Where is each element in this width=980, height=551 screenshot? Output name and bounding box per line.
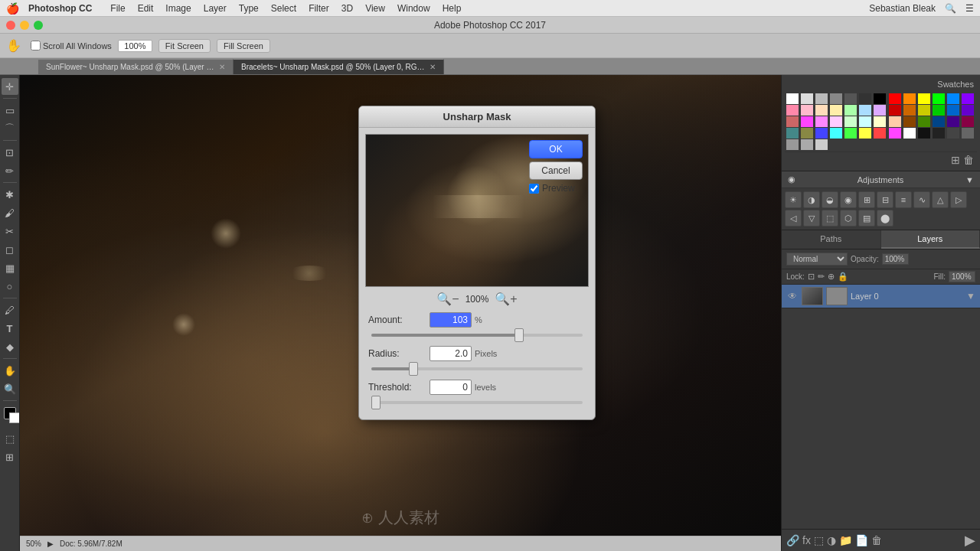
- amount-slider-thumb[interactable]: [514, 328, 524, 342]
- swatch-item[interactable]: [815, 116, 828, 127]
- menu-window[interactable]: Window: [391, 3, 436, 14]
- swatch-item[interactable]: [874, 105, 886, 116]
- swatch-item[interactable]: [830, 116, 842, 127]
- lock-artboard-icon[interactable]: ⊕: [828, 272, 835, 282]
- search-icon[interactable]: 🔍: [945, 3, 956, 14]
- text-tool[interactable]: T: [2, 320, 18, 337]
- adj-photo-filter[interactable]: △: [932, 191, 949, 208]
- menu-help[interactable]: Help: [436, 3, 468, 14]
- adj-bw[interactable]: ∿: [913, 191, 930, 208]
- gradient-tool[interactable]: ▦: [2, 259, 18, 276]
- swatch-item[interactable]: [830, 93, 842, 104]
- menu-edit[interactable]: Edit: [132, 3, 160, 14]
- play-button[interactable]: ▶: [965, 532, 975, 549]
- swatch-item[interactable]: [933, 116, 945, 127]
- swatch-item[interactable]: [859, 93, 871, 104]
- arrow-btn[interactable]: ▶: [47, 540, 54, 548]
- swatch-item[interactable]: [918, 116, 930, 127]
- foreground-color[interactable]: [4, 407, 16, 419]
- swatch-item[interactable]: [874, 116, 886, 127]
- adj-channel-mixer[interactable]: ▷: [950, 191, 967, 208]
- shape-tool[interactable]: ◆: [2, 338, 18, 355]
- fit-screen-button[interactable]: Fit Screen: [158, 39, 211, 53]
- swatch-item[interactable]: [918, 128, 930, 139]
- menu-3d[interactable]: 3D: [335, 3, 359, 14]
- swatch-item[interactable]: [889, 93, 901, 104]
- preview-checkbox-label[interactable]: Preview: [529, 183, 583, 194]
- adj-threshold[interactable]: ⬡: [840, 210, 857, 227]
- layer-item-0[interactable]: 👁 Layer 0 ▼: [782, 285, 980, 308]
- adj-colorbalance[interactable]: ≡: [895, 191, 912, 208]
- tab-close-bracelets[interactable]: ✕: [430, 63, 436, 71]
- swatch-item[interactable]: [786, 93, 799, 104]
- menu-image[interactable]: Image: [159, 3, 197, 14]
- zoom-out-button[interactable]: 🔍−: [436, 292, 459, 306]
- fill-input[interactable]: [949, 271, 975, 282]
- adj-curves[interactable]: ◒: [822, 191, 838, 208]
- lasso-tool[interactable]: ⌒: [2, 120, 18, 137]
- add-style-button[interactable]: fx: [802, 534, 811, 546]
- threshold-slider-track[interactable]: [371, 398, 583, 407]
- blend-mode-select[interactable]: Normal: [786, 253, 848, 266]
- swatch-item[interactable]: [889, 105, 901, 116]
- swatch-item[interactable]: [801, 105, 813, 116]
- swatch-item[interactable]: [844, 93, 857, 104]
- zoom-tool[interactable]: 🔍: [2, 380, 18, 397]
- paths-tab[interactable]: Paths: [782, 230, 881, 249]
- swatch-item[interactable]: [844, 116, 857, 127]
- adj-invert[interactable]: ▽: [803, 210, 820, 227]
- menu-select[interactable]: Select: [265, 3, 302, 14]
- adj-posterize[interactable]: ⬚: [822, 210, 838, 227]
- swatch-item[interactable]: [859, 128, 871, 139]
- delete-layer-button[interactable]: 🗑: [871, 534, 882, 546]
- adjustments-header[interactable]: ◉ Adjustments ▼: [782, 171, 980, 188]
- maximize-button[interactable]: [34, 21, 43, 30]
- adj-hsl[interactable]: ⊟: [877, 191, 893, 208]
- swatch-item[interactable]: [830, 128, 842, 139]
- adj-colorlookup[interactable]: ◁: [785, 210, 802, 227]
- eyedropper-tool[interactable]: ✏: [2, 162, 18, 179]
- crop-tool[interactable]: ⊡: [2, 144, 18, 161]
- swatch-item[interactable]: [815, 128, 828, 139]
- swatch-item[interactable]: [801, 139, 813, 150]
- swatch-item[interactable]: [947, 105, 959, 116]
- swatch-item[interactable]: [903, 128, 916, 139]
- layer-visibility-toggle[interactable]: 👁: [786, 290, 799, 302]
- layers-tab[interactable]: Layers: [881, 230, 981, 249]
- swatch-item[interactable]: [918, 105, 930, 116]
- tab-bracelets[interactable]: Bracelets~ Unsharp Mask.psd @ 50% (Layer…: [234, 59, 444, 74]
- brush-tool[interactable]: 🖌: [2, 204, 18, 221]
- fill-screen-button[interactable]: Fill Screen: [217, 39, 270, 53]
- swatch-item[interactable]: [947, 128, 959, 139]
- swatch-item[interactable]: [874, 128, 886, 139]
- hand-tool-icon[interactable]: ✋: [6, 38, 21, 53]
- tab-sunflower[interactable]: SunFlower~ Unsharp Mask.psd @ 50% (Layer…: [38, 59, 234, 74]
- screen-mode[interactable]: ⊞: [2, 448, 18, 465]
- swatch-item[interactable]: [844, 105, 857, 116]
- add-mask-button[interactable]: ⬚: [814, 534, 824, 546]
- swatch-item[interactable]: [801, 128, 813, 139]
- cancel-button[interactable]: Cancel: [529, 161, 583, 180]
- swatch-item[interactable]: [815, 139, 828, 150]
- adj-gradient-map[interactable]: ▤: [858, 210, 875, 227]
- heal-tool[interactable]: ✱: [2, 186, 18, 203]
- dodge-tool[interactable]: ○: [2, 278, 18, 295]
- lock-position-icon[interactable]: ✏: [818, 272, 825, 282]
- adj-brightness[interactable]: ☀: [785, 191, 802, 208]
- eraser-tool[interactable]: ◻: [2, 241, 18, 258]
- swatch-item[interactable]: [815, 105, 828, 116]
- radius-slider-thumb[interactable]: [409, 362, 418, 376]
- lock-all-icon[interactable]: 🔒: [838, 272, 848, 282]
- zoom-in-button[interactable]: 🔍+: [495, 292, 517, 306]
- swatch-item[interactable]: [962, 128, 974, 139]
- swatch-item[interactable]: [947, 93, 959, 104]
- canvas-area[interactable]: ⊕ 人人素材 50% ▶ Doc: 5.96M/7.82M Unsharp Ma…: [20, 75, 781, 551]
- menu-type[interactable]: Type: [233, 3, 265, 14]
- adj-selective-color[interactable]: ⬤: [877, 210, 893, 227]
- adj-exposure[interactable]: ◉: [840, 191, 857, 208]
- swatch-grid-icon[interactable]: ⊞: [951, 154, 960, 166]
- adj-levels[interactable]: ◑: [803, 191, 820, 208]
- menu-file[interactable]: File: [104, 3, 131, 14]
- swatch-item[interactable]: [786, 128, 799, 139]
- swatch-item[interactable]: [801, 116, 813, 127]
